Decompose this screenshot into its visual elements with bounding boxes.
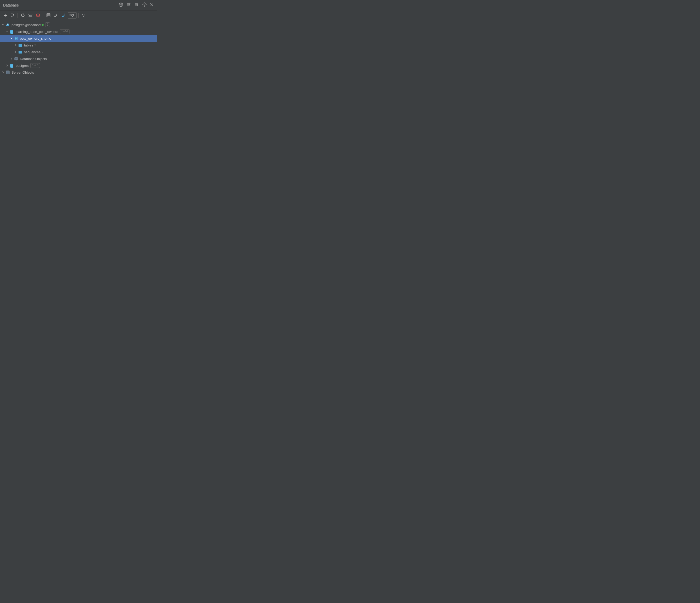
server-objects-icon [5, 70, 10, 75]
tree-item-database-objects[interactable]: Database Objects [0, 55, 157, 62]
database-objects-label: Database Objects [20, 57, 47, 61]
tree-item-postgres-server[interactable]: postgres@localhost 2 [0, 21, 157, 28]
database-pages-icon [9, 29, 15, 34]
sql-button[interactable]: SQL [68, 12, 77, 19]
tree-item-sequences[interactable]: sequences 2 [0, 49, 157, 55]
db-red-button[interactable] [35, 12, 41, 19]
schema-button[interactable] [27, 12, 34, 19]
refresh-button[interactable] [20, 12, 26, 19]
pin-button[interactable] [60, 12, 67, 19]
postgres-db-badge: 0 of 3 [30, 63, 40, 68]
tree-item-postgres-db[interactable]: postgres 0 of 3 [0, 62, 157, 69]
chevron-pets-scheme [9, 36, 14, 41]
separator-1 [18, 13, 18, 18]
chevron-tables [14, 43, 18, 47]
chevron-server-objects [1, 70, 5, 74]
server-objects-label: Server Objects [11, 71, 34, 74]
copy-button[interactable] [9, 12, 16, 19]
database-tree: postgres@localhost 2 learning_base_pets_… [0, 20, 157, 77]
filter-button[interactable] [80, 12, 87, 19]
svg-rect-19 [11, 14, 13, 16]
chevron-learning-base [5, 29, 9, 34]
postgres-db-label: postgres [16, 64, 29, 68]
tables-count: 2 [34, 43, 36, 47]
network-icon[interactable] [119, 2, 123, 8]
schema-icon [14, 36, 19, 41]
elephant-icon [5, 22, 10, 27]
svg-rect-40 [15, 38, 17, 39]
svg-point-48 [9, 71, 9, 72]
pets-scheme-label: pets_owners_sheme [20, 36, 51, 41]
panel-title: Database [3, 3, 19, 7]
add-button[interactable] [2, 12, 8, 19]
chevron-database-objects [9, 57, 14, 61]
learning-base-label: learning_base_pets_owners [16, 30, 58, 34]
svg-point-13 [144, 4, 145, 5]
svg-rect-21 [29, 16, 32, 17]
sequences-label: sequences [24, 50, 41, 54]
tree-item-tables[interactable]: tables 2 [0, 42, 157, 49]
chevron-postgres-db [5, 63, 9, 68]
chevron-sequences [14, 50, 18, 54]
tree-item-pets-owners-scheme[interactable]: pets_owners_sheme [0, 35, 157, 42]
title-bar-actions [119, 2, 154, 8]
title-bar: Database [0, 0, 157, 10]
collapse-all-icon[interactable] [126, 2, 131, 8]
tables-label: tables [24, 43, 33, 47]
expand-all-icon[interactable] [134, 2, 139, 8]
tree-item-learning-base[interactable]: learning_base_pets_owners 1 of 4 [0, 28, 157, 35]
svg-rect-37 [10, 30, 13, 34]
folder-blue-icon [18, 43, 23, 48]
close-icon[interactable] [150, 3, 154, 7]
settings-icon[interactable] [142, 2, 147, 8]
separator-3 [78, 13, 79, 18]
database-objects-icon [14, 56, 19, 61]
svg-rect-20 [29, 14, 32, 15]
folder-blue-sequences-icon [18, 49, 23, 55]
svg-point-33 [7, 24, 8, 25]
svg-rect-44 [10, 64, 13, 68]
table-button[interactable] [45, 12, 52, 19]
postgres-server-label: postgres@localhost [11, 23, 41, 27]
svg-rect-46 [6, 72, 9, 73]
sequences-count: 2 [42, 50, 44, 54]
tree-item-server-objects[interactable]: Server Objects [0, 69, 157, 76]
connection-status-dot [42, 24, 44, 26]
chevron-postgres-server [1, 23, 5, 27]
svg-point-23 [36, 14, 40, 15]
postgres-server-badge: 2 [45, 22, 50, 27]
edit-button[interactable] [53, 12, 59, 19]
toolbar: SQL [0, 10, 157, 20]
svg-marker-30 [82, 14, 85, 17]
postgres-db-pages-icon [9, 63, 15, 68]
learning-base-badge: 1 of 4 [60, 29, 70, 34]
svg-rect-47 [6, 73, 9, 74]
svg-rect-24 [47, 14, 50, 17]
sql-label: SQL [70, 14, 75, 17]
